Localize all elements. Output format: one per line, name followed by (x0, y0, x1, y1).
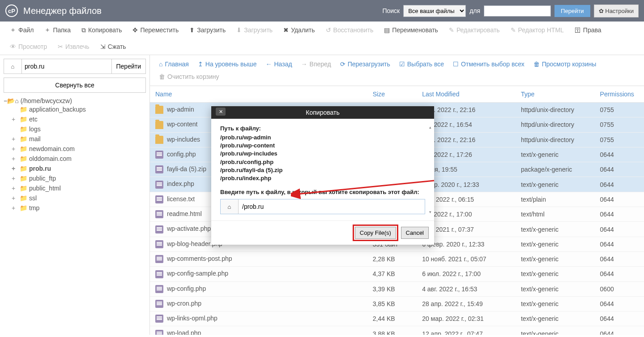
uncheck-icon: ☐ (453, 60, 459, 68)
tree-item[interactable]: +📁tmp (12, 203, 146, 213)
file-perms: 0644 (595, 267, 644, 281)
tree-label: public_html (29, 185, 61, 192)
modal-scrollbar[interactable]: ▴ ▾ (428, 125, 432, 214)
file-type: text/html (516, 207, 595, 222)
settings-button[interactable]: ✿ Настройки (594, 4, 639, 17)
modal-header[interactable]: ✕ Копировать (211, 106, 434, 119)
back-button[interactable]: ←Назад (261, 58, 296, 70)
collapse-icon[interactable]: − (4, 97, 7, 104)
tree-item[interactable]: +📁olddomain.com (12, 154, 146, 164)
tree-label: application_backups (29, 106, 86, 113)
folder-icon: 📁 (20, 145, 27, 152)
doc-icon (155, 195, 163, 203)
compress-button[interactable]: ⇲Сжать (95, 39, 132, 55)
col-name[interactable]: Name (150, 86, 367, 103)
destination-input[interactable] (239, 199, 425, 214)
tree-item[interactable]: 📁application_backups (12, 104, 146, 114)
move-button[interactable]: ✥Переместить (127, 22, 184, 38)
tree-item[interactable]: +📁ssl (12, 193, 146, 203)
expand-icon[interactable]: + (12, 185, 18, 192)
col-size[interactable]: Size (367, 86, 417, 103)
scroll-down-icon[interactable]: ▾ (428, 210, 432, 214)
cancel-button[interactable]: Cancel (401, 227, 429, 239)
deselect-all-button[interactable]: ☐Отменить выбор всех (448, 58, 529, 70)
table-row[interactable]: wp-load.php3,88 KB12 апр. 2022 г., 07:47… (150, 326, 644, 335)
empty-trash-button[interactable]: 🗑Очистить корзину (154, 70, 224, 83)
file-modified: 4 авг. 2022 г., 16:53 (417, 281, 516, 296)
expand-icon[interactable]: + (12, 175, 18, 182)
tree-item[interactable]: +📁public_ftp (12, 173, 146, 183)
file-name: readme.html (167, 210, 202, 217)
copy-button[interactable]: ⧉Копировать (76, 22, 127, 39)
file-perms: 0644 (595, 177, 644, 192)
restore-button[interactable]: ↺Восстановить (320, 22, 379, 38)
permissions-button[interactable]: ⚿Права (569, 22, 607, 38)
table-row[interactable]: wp-cron.php3,85 KB28 апр. 2022 г., 15:49… (150, 296, 644, 311)
tree-label: newdomain.com (29, 145, 75, 152)
tree-item[interactable]: +📁newdomain.com (12, 144, 146, 154)
path-input[interactable] (21, 59, 112, 74)
new-file-button[interactable]: ＋Файл (4, 22, 39, 39)
search-go-button[interactable]: Перейти (554, 5, 590, 17)
tree-label: olddomain.com (29, 155, 72, 162)
trash-icon: 🗑 (159, 73, 165, 80)
expand-icon[interactable]: + (12, 116, 18, 123)
doc-icon (155, 181, 163, 189)
table-row[interactable]: wp-config-sample.php4,37 KB6 июл. 2022 г… (150, 267, 644, 281)
copy-files-button[interactable]: Copy File(s) (355, 227, 396, 239)
view-trash-button[interactable]: 🗑Просмотр корзины (529, 58, 601, 70)
col-perms[interactable]: Permissions (595, 86, 644, 103)
table-row[interactable]: wp-links-opml.php2,44 KB20 мар. 2022 г.,… (150, 311, 644, 326)
tree-item[interactable]: 📁logs (12, 124, 146, 134)
table-row[interactable]: wp-comments-post.php2,28 KB10 нояб. 2021… (150, 251, 644, 266)
collapse-all-button[interactable]: Свернуть все (4, 78, 146, 93)
download-button[interactable]: ⬇Загрузить (231, 22, 278, 38)
upload-button[interactable]: ⬆Загрузить (184, 22, 231, 38)
tree-item[interactable]: +📁prob.ru (12, 164, 146, 173)
file-type: text/x-generic (516, 251, 595, 266)
file-size: 2,44 KB (367, 311, 417, 326)
select-all-button[interactable]: ☑Выбрать все (395, 58, 448, 70)
view-button[interactable]: 👁Просмотр (4, 39, 52, 55)
expand-icon[interactable]: + (12, 135, 18, 143)
expand-icon[interactable]: + (12, 194, 18, 202)
col-modified[interactable]: Last Modified (417, 86, 516, 103)
path-go-button[interactable]: Перейти (112, 59, 146, 74)
extract-button[interactable]: ✂Извлечь (52, 39, 95, 55)
folder-open-icon: 📂 (7, 97, 15, 104)
expand-icon[interactable]: + (12, 145, 18, 152)
delete-button[interactable]: ✖Удалить (278, 22, 320, 38)
new-folder-button[interactable]: ＋Папка (39, 22, 76, 39)
tree-item[interactable]: +📁public_html (12, 183, 146, 193)
tree-item[interactable]: +📁etc (12, 114, 146, 124)
home-icon[interactable]: ⌂ (221, 199, 239, 214)
rename-button[interactable]: ▤Переименовать (379, 22, 444, 38)
edit-button[interactable]: ✎Редактировать (444, 22, 505, 38)
html-editor-button[interactable]: ✎Редактор HTML (505, 22, 569, 38)
scroll-up-icon[interactable]: ▴ (428, 125, 432, 130)
tree-root[interactable]: − 📂 ⌂ (/home/bwcycxzw) (4, 97, 146, 104)
folder-icon: 📁 (20, 185, 27, 192)
reload-button[interactable]: ⟳Перезагрузить (336, 58, 395, 70)
file-perms: 0644 (595, 222, 644, 237)
file-type: text/x-generic (516, 281, 595, 296)
trash-icon: 🗑 (533, 60, 540, 68)
path-label: Путь к файлу: (220, 125, 425, 132)
home-button[interactable]: ⌂Главная (154, 58, 193, 70)
file-perms: 0644 (595, 296, 644, 311)
expand-icon[interactable]: + (12, 204, 18, 212)
tree-item[interactable]: +📁mail (12, 134, 146, 144)
file-perms: 0644 (595, 311, 644, 326)
close-icon[interactable]: ✕ (216, 108, 226, 116)
expand-icon[interactable]: + (12, 155, 18, 162)
col-type[interactable]: Type (516, 86, 595, 103)
expand-icon[interactable]: + (12, 165, 18, 172)
up-level-button[interactable]: ↥На уровень выше (193, 58, 261, 70)
forward-button[interactable]: →Вперед (297, 58, 336, 70)
search-input[interactable] (484, 5, 551, 17)
search-scope-select[interactable]: Все ваши файлы (403, 5, 466, 17)
folder-icon: 📁 (20, 165, 27, 172)
home-icon[interactable]: ⌂ (4, 59, 21, 74)
table-row[interactable]: wp-config.php3,39 KB4 авг. 2022 г., 16:5… (150, 281, 644, 296)
key-icon: ⚿ (575, 26, 581, 34)
